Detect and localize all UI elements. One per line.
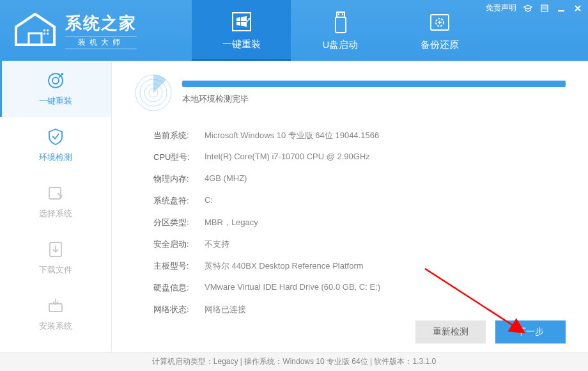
- svg-rect-2: [43, 33, 45, 35]
- svg-rect-12: [541, 5, 548, 12]
- sidebar-item-label: 一键重装: [39, 95, 72, 107]
- svg-rect-6: [337, 12, 344, 17]
- disclaimer-link[interactable]: 免责声明: [486, 3, 516, 13]
- usb-icon: [328, 10, 353, 35]
- progress-text: 本地环境检测完毕: [182, 93, 566, 105]
- sidebar-item-env-check[interactable]: 环境检测: [0, 117, 111, 173]
- nav-tab-label: 一键重装: [222, 38, 261, 51]
- logo-area: 系统之家 装机大师: [0, 0, 192, 61]
- select-icon: [46, 184, 65, 203]
- windows-icon: [229, 9, 254, 35]
- info-row: 安全启动:不支持: [153, 233, 566, 255]
- svg-rect-9: [342, 13, 343, 15]
- sidebar-item-label: 下载文件: [39, 264, 72, 276]
- svg-rect-3: [47, 33, 49, 35]
- info-row: 系统盘符:C:: [153, 190, 566, 212]
- status-bar: 计算机启动类型：Legacy | 操作系统：Windows 10 专业版 64位…: [0, 352, 588, 371]
- sidebar-item-label: 安装系统: [39, 320, 72, 332]
- next-button[interactable]: 下一步: [495, 320, 566, 343]
- svg-rect-0: [43, 29, 45, 31]
- close-icon[interactable]: [573, 3, 583, 13]
- house-logo-icon: [13, 13, 58, 48]
- nav-tab-label: 备份还原: [421, 39, 459, 51]
- nav-tab-backup[interactable]: 备份还原: [390, 0, 489, 61]
- download-icon: [46, 240, 65, 259]
- info-row: CPU型号:Intel(R) Core(TM) i7-10700 CPU @ 2…: [153, 146, 566, 168]
- svg-rect-7: [336, 17, 346, 33]
- sidebar-item-install[interactable]: 安装系统: [0, 286, 111, 342]
- nav-tab-usb-boot[interactable]: U盘启动: [291, 0, 390, 61]
- info-row: 物理内存:4GB (MHZ): [153, 168, 566, 190]
- svg-rect-8: [338, 13, 339, 15]
- sidebar-item-select-system[interactable]: 选择系统: [0, 173, 111, 230]
- backup-icon: [427, 10, 453, 35]
- settings-icon[interactable]: [539, 3, 550, 13]
- info-row: 主板型号:英特尔 440BX Desktop Reference Platfor…: [153, 255, 566, 277]
- footer-text: 计算机启动类型：Legacy | 操作系统：Windows 10 专业版 64位…: [152, 356, 436, 367]
- sidebar-item-reinstall[interactable]: 一键重装: [0, 61, 111, 117]
- target-icon: [46, 71, 65, 90]
- info-row: 网络状态:网络已连接: [153, 299, 566, 320]
- shield-check-icon: [46, 127, 65, 146]
- recheck-button[interactable]: 重新检测: [415, 320, 486, 343]
- system-info-list: 当前系统:Microsoft Windows 10 专业版 64位 19044.…: [134, 117, 566, 320]
- graduation-icon[interactable]: [523, 3, 533, 13]
- sidebar-item-label: 环境检测: [39, 152, 72, 163]
- progress-bar: [182, 81, 566, 87]
- install-icon: [46, 296, 65, 315]
- svg-point-19: [52, 77, 59, 84]
- radar-icon: [134, 74, 173, 112]
- sidebar-item-download[interactable]: 下载文件: [0, 230, 111, 286]
- sidebar: 一键重装 环境检测 选择系统 下载文件 安装系统: [0, 61, 112, 352]
- info-row: 硬盘信息:VMware Virtual IDE Hard Drive (60.0…: [153, 277, 566, 299]
- nav-tab-reinstall[interactable]: 一键重装: [192, 0, 291, 61]
- nav-tab-label: U盘启动: [323, 39, 359, 51]
- minimize-icon[interactable]: [556, 3, 566, 13]
- svg-rect-1: [47, 29, 49, 31]
- info-row: 当前系统:Microsoft Windows 10 专业版 64位 19044.…: [153, 125, 566, 146]
- info-row: 分区类型:MBR，Legacy: [153, 212, 566, 233]
- logo-title: 系统之家: [65, 12, 137, 35]
- logo-subtitle: 装机大师: [65, 36, 137, 49]
- sidebar-item-label: 选择系统: [39, 208, 72, 219]
- svg-rect-20: [49, 187, 61, 199]
